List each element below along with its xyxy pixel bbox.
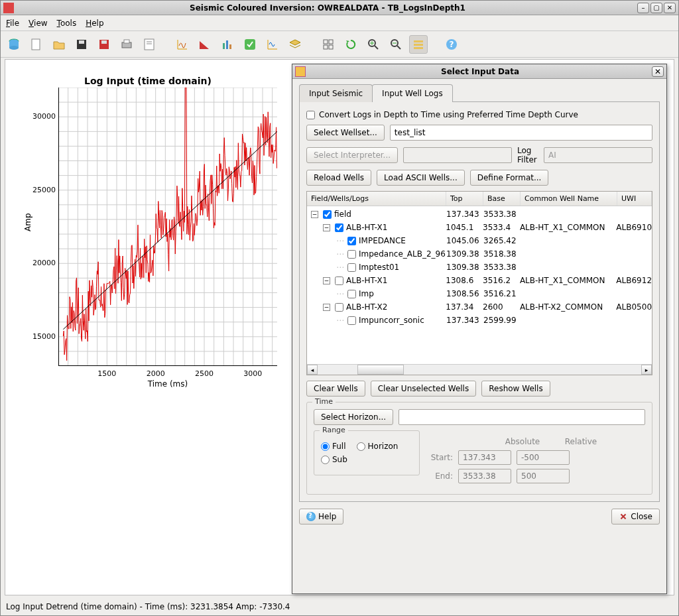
dialog-close-button[interactable]: ✕ (652, 66, 664, 77)
tree-checkbox[interactable] (323, 210, 332, 219)
reload-wells-button[interactable]: Reload Wells (306, 170, 371, 186)
radio-full[interactable]: Full (321, 442, 346, 451)
scroll-thumb[interactable] (357, 365, 404, 375)
end-abs-input (458, 469, 511, 483)
chart-area: Log Input (time domain) Amp Time (ms) 15… (5, 60, 290, 595)
db-icon[interactable] (5, 35, 23, 54)
clear-wells-button[interactable]: Clear Wells (306, 381, 365, 397)
end-label: End: (426, 471, 453, 481)
svg-rect-14 (226, 40, 228, 49)
tree-row[interactable]: −ALB-HT-X11045.13533.4ALB-HT_X1_COMMONAL… (307, 221, 652, 234)
expander-icon[interactable]: − (311, 211, 318, 218)
load-ascii-button[interactable]: Load ASCII Wells... (377, 170, 465, 186)
help-button[interactable]: Help (299, 509, 343, 524)
save-as-icon[interactable] (95, 35, 113, 54)
tree-checkbox[interactable] (347, 316, 356, 325)
tree-row[interactable]: ⋯Impuncorr_sonic137.3432599.99 (307, 314, 652, 327)
expander-icon[interactable]: − (323, 224, 330, 231)
svg-rect-5 (79, 40, 84, 44)
seismic-icon[interactable] (173, 35, 192, 54)
svg-rect-29 (414, 44, 423, 46)
wellset-input[interactable] (390, 125, 652, 141)
close-button[interactable]: Close (611, 509, 660, 524)
svg-rect-28 (414, 40, 423, 42)
close-window-button[interactable]: ✕ (664, 3, 676, 13)
time-group: Time Select Horizon... Range Full Horizo… (306, 402, 652, 495)
tree-checkbox[interactable] (335, 223, 343, 232)
save-icon[interactable] (72, 35, 91, 54)
tree-hscroll[interactable]: ◂ ▸ (307, 364, 652, 375)
tree-row[interactable]: ⋯Imptest011309.383533.38 (307, 261, 652, 274)
tree-row[interactable]: ⋯Impedance_ALB_2_961309.383518.38 (307, 247, 652, 261)
window-title: Seismic Coloured Inversion: OWREALDATA -… (18, 3, 637, 13)
minimize-button[interactable]: – (637, 3, 649, 13)
horizon-input[interactable] (399, 409, 645, 425)
end-rel-input (517, 469, 570, 483)
radio-sub[interactable]: Sub (321, 455, 347, 464)
tree-checkbox[interactable] (347, 263, 356, 272)
svg-text:?: ? (450, 40, 454, 49)
clear-unselected-button[interactable]: Clear Unselected Wells (371, 381, 477, 397)
convert-checkbox[interactable]: Convert Logs in Depth to Time using Pref… (306, 110, 652, 119)
tree-checkbox[interactable] (347, 290, 356, 298)
log-filter-label: Log Filter (517, 146, 538, 164)
menu-file[interactable]: File (6, 19, 19, 28)
titlebar: Seismic Coloured Inversion: OWREALDATA -… (1, 1, 678, 15)
tree-row[interactable]: −field137.3433533.38 (307, 208, 652, 221)
wedge-icon[interactable] (196, 35, 214, 54)
interpreter-input (403, 147, 512, 163)
log-filter-input (544, 147, 652, 163)
start-rel-input (517, 450, 570, 465)
tab-input-well-logs[interactable]: Input Well Logs (372, 84, 453, 102)
open-icon[interactable] (50, 35, 68, 54)
svg-point-2 (9, 46, 19, 50)
tree-row[interactable]: −ALB-HT-X2137.342600ALB-HT-X2_COMMONALB0… (307, 300, 652, 314)
grid-icon[interactable] (319, 35, 338, 54)
zoom-out-icon[interactable] (387, 35, 405, 54)
select-wellset-button[interactable]: Select Wellset... (306, 125, 385, 141)
menu-tools[interactable]: Tools (57, 19, 77, 28)
tree-checkbox[interactable] (335, 277, 343, 285)
print-icon[interactable] (117, 35, 136, 54)
expander-icon[interactable]: − (323, 304, 330, 311)
start-label: Start: (426, 453, 453, 462)
tree-row[interactable]: ⋯IMPEDANCE1045.063265.42 (307, 234, 652, 247)
tree-checkbox[interactable] (335, 303, 343, 312)
maximize-button[interactable]: ▢ (650, 3, 662, 13)
scroll-right-button[interactable]: ▸ (641, 365, 652, 375)
wells-tree[interactable]: Field/Wells/Logs Top Base Common Well Na… (306, 191, 652, 375)
x-axis-label: Time (ms) (148, 379, 188, 389)
tree-row[interactable]: ⋯Imp1308.563516.21 (307, 287, 652, 300)
svg-rect-7 (101, 40, 107, 44)
spectrum-icon[interactable] (218, 35, 237, 54)
app-icon (3, 3, 14, 13)
menu-view[interactable]: View (29, 19, 47, 28)
new-icon[interactable] (27, 35, 46, 54)
wavelet-icon[interactable] (263, 35, 282, 54)
toolbar: ? (1, 31, 678, 58)
scroll-left-button[interactable]: ◂ (307, 365, 318, 375)
report-icon[interactable] (140, 35, 158, 54)
select-interpreter-button: Select Interpreter... (306, 147, 398, 163)
stack-icon[interactable] (409, 35, 428, 54)
select-horizon-button[interactable]: Select Horizon... (314, 409, 393, 425)
reshow-wells-button[interactable]: Reshow Wells (481, 381, 550, 397)
tab-input-seismic[interactable]: Input Seismic (299, 84, 373, 102)
svg-rect-15 (229, 44, 231, 49)
help-icon[interactable]: ? (442, 35, 461, 54)
layers-icon[interactable] (286, 35, 304, 54)
tree-row[interactable]: −ALB-HT-X11308.63516.2ALB-HT_X1_COMMONAL… (307, 274, 652, 287)
zoom-in-icon[interactable] (364, 35, 383, 54)
define-format-button[interactable]: Define Format... (470, 170, 549, 186)
y-axis-label: Amp (23, 213, 32, 231)
tree-checkbox[interactable] (347, 237, 356, 245)
refresh-icon[interactable] (341, 35, 360, 54)
expander-icon[interactable]: − (323, 277, 330, 284)
svg-rect-18 (329, 40, 333, 44)
menu-help[interactable]: Help (86, 19, 103, 28)
svg-rect-13 (223, 43, 225, 49)
check-icon[interactable] (241, 35, 259, 54)
tree-checkbox[interactable] (347, 250, 356, 259)
chart-plot[interactable]: Amp Time (ms) 15000200002500030000 15002… (58, 88, 277, 366)
radio-horizon[interactable]: Horizon (357, 442, 399, 451)
